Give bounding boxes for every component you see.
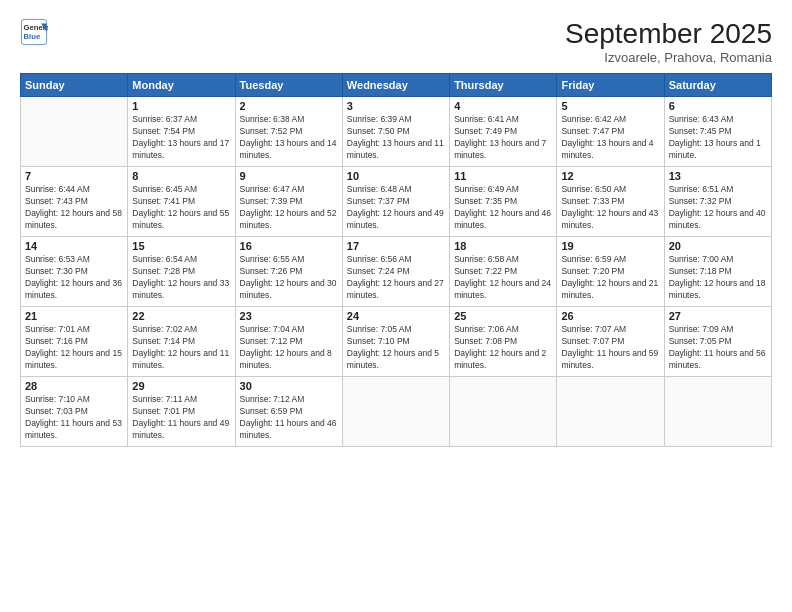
calendar-cell: 15 Sunrise: 6:54 AMSunset: 7:28 PMDaylig… [128,237,235,307]
day-info: Sunrise: 7:04 AMSunset: 7:12 PMDaylight:… [240,324,338,372]
calendar-cell [21,97,128,167]
calendar-cell: 7 Sunrise: 6:44 AMSunset: 7:43 PMDayligh… [21,167,128,237]
calendar-cell: 20 Sunrise: 7:00 AMSunset: 7:18 PMDaylig… [664,237,771,307]
day-number: 4 [454,100,552,112]
day-number: 11 [454,170,552,182]
day-info: Sunrise: 6:42 AMSunset: 7:47 PMDaylight:… [561,114,659,162]
calendar-week-row: 1 Sunrise: 6:37 AMSunset: 7:54 PMDayligh… [21,97,772,167]
calendar-cell: 22 Sunrise: 7:02 AMSunset: 7:14 PMDaylig… [128,307,235,377]
calendar-cell: 30 Sunrise: 7:12 AMSunset: 6:59 PMDaylig… [235,377,342,447]
weekday-header: Tuesday [235,74,342,97]
calendar-cell: 26 Sunrise: 7:07 AMSunset: 7:07 PMDaylig… [557,307,664,377]
day-number: 9 [240,170,338,182]
day-info: Sunrise: 6:53 AMSunset: 7:30 PMDaylight:… [25,254,123,302]
calendar-cell: 14 Sunrise: 6:53 AMSunset: 7:30 PMDaylig… [21,237,128,307]
calendar-cell: 25 Sunrise: 7:06 AMSunset: 7:08 PMDaylig… [450,307,557,377]
calendar-table: SundayMondayTuesdayWednesdayThursdayFrid… [20,73,772,447]
calendar-week-row: 21 Sunrise: 7:01 AMSunset: 7:16 PMDaylig… [21,307,772,377]
calendar-cell [450,377,557,447]
calendar-cell: 1 Sunrise: 6:37 AMSunset: 7:54 PMDayligh… [128,97,235,167]
weekday-header-row: SundayMondayTuesdayWednesdayThursdayFrid… [21,74,772,97]
day-info: Sunrise: 6:44 AMSunset: 7:43 PMDaylight:… [25,184,123,232]
day-number: 15 [132,240,230,252]
day-number: 1 [132,100,230,112]
title-block: September 2025 Izvoarele, Prahova, Roman… [565,18,772,65]
calendar-cell: 12 Sunrise: 6:50 AMSunset: 7:33 PMDaylig… [557,167,664,237]
day-number: 3 [347,100,445,112]
day-info: Sunrise: 7:10 AMSunset: 7:03 PMDaylight:… [25,394,123,442]
svg-text:Blue: Blue [24,32,41,41]
day-number: 25 [454,310,552,322]
day-info: Sunrise: 7:11 AMSunset: 7:01 PMDaylight:… [132,394,230,442]
weekday-header: Sunday [21,74,128,97]
calendar-week-row: 28 Sunrise: 7:10 AMSunset: 7:03 PMDaylig… [21,377,772,447]
day-number: 8 [132,170,230,182]
calendar-cell: 21 Sunrise: 7:01 AMSunset: 7:16 PMDaylig… [21,307,128,377]
day-number: 22 [132,310,230,322]
calendar-cell: 28 Sunrise: 7:10 AMSunset: 7:03 PMDaylig… [21,377,128,447]
logo: General Blue [20,18,48,46]
day-info: Sunrise: 6:49 AMSunset: 7:35 PMDaylight:… [454,184,552,232]
day-info: Sunrise: 6:59 AMSunset: 7:20 PMDaylight:… [561,254,659,302]
calendar-cell [557,377,664,447]
day-number: 5 [561,100,659,112]
day-info: Sunrise: 6:41 AMSunset: 7:49 PMDaylight:… [454,114,552,162]
logo-icon: General Blue [20,18,48,46]
day-info: Sunrise: 6:56 AMSunset: 7:24 PMDaylight:… [347,254,445,302]
location-subtitle: Izvoarele, Prahova, Romania [565,50,772,65]
day-number: 7 [25,170,123,182]
day-info: Sunrise: 6:43 AMSunset: 7:45 PMDaylight:… [669,114,767,162]
calendar-cell: 9 Sunrise: 6:47 AMSunset: 7:39 PMDayligh… [235,167,342,237]
day-number: 18 [454,240,552,252]
calendar-cell: 27 Sunrise: 7:09 AMSunset: 7:05 PMDaylig… [664,307,771,377]
month-title: September 2025 [565,18,772,50]
day-info: Sunrise: 6:38 AMSunset: 7:52 PMDaylight:… [240,114,338,162]
day-info: Sunrise: 7:00 AMSunset: 7:18 PMDaylight:… [669,254,767,302]
day-number: 23 [240,310,338,322]
day-number: 10 [347,170,445,182]
calendar-week-row: 7 Sunrise: 6:44 AMSunset: 7:43 PMDayligh… [21,167,772,237]
day-number: 20 [669,240,767,252]
day-number: 14 [25,240,123,252]
calendar-cell: 3 Sunrise: 6:39 AMSunset: 7:50 PMDayligh… [342,97,449,167]
calendar-cell [664,377,771,447]
day-number: 2 [240,100,338,112]
calendar-cell [342,377,449,447]
day-info: Sunrise: 6:54 AMSunset: 7:28 PMDaylight:… [132,254,230,302]
day-number: 16 [240,240,338,252]
day-number: 6 [669,100,767,112]
calendar-cell: 17 Sunrise: 6:56 AMSunset: 7:24 PMDaylig… [342,237,449,307]
day-info: Sunrise: 6:50 AMSunset: 7:33 PMDaylight:… [561,184,659,232]
calendar-cell: 16 Sunrise: 6:55 AMSunset: 7:26 PMDaylig… [235,237,342,307]
calendar-cell: 5 Sunrise: 6:42 AMSunset: 7:47 PMDayligh… [557,97,664,167]
day-info: Sunrise: 6:48 AMSunset: 7:37 PMDaylight:… [347,184,445,232]
day-info: Sunrise: 6:45 AMSunset: 7:41 PMDaylight:… [132,184,230,232]
day-number: 12 [561,170,659,182]
day-info: Sunrise: 7:07 AMSunset: 7:07 PMDaylight:… [561,324,659,372]
calendar-cell: 23 Sunrise: 7:04 AMSunset: 7:12 PMDaylig… [235,307,342,377]
day-number: 26 [561,310,659,322]
day-info: Sunrise: 7:09 AMSunset: 7:05 PMDaylight:… [669,324,767,372]
day-info: Sunrise: 6:51 AMSunset: 7:32 PMDaylight:… [669,184,767,232]
calendar-cell: 8 Sunrise: 6:45 AMSunset: 7:41 PMDayligh… [128,167,235,237]
day-info: Sunrise: 7:12 AMSunset: 6:59 PMDaylight:… [240,394,338,442]
weekday-header: Thursday [450,74,557,97]
day-info: Sunrise: 7:06 AMSunset: 7:08 PMDaylight:… [454,324,552,372]
day-info: Sunrise: 7:05 AMSunset: 7:10 PMDaylight:… [347,324,445,372]
day-number: 28 [25,380,123,392]
calendar-cell: 11 Sunrise: 6:49 AMSunset: 7:35 PMDaylig… [450,167,557,237]
day-info: Sunrise: 6:55 AMSunset: 7:26 PMDaylight:… [240,254,338,302]
day-number: 29 [132,380,230,392]
day-number: 27 [669,310,767,322]
day-number: 13 [669,170,767,182]
day-number: 24 [347,310,445,322]
calendar-cell: 24 Sunrise: 7:05 AMSunset: 7:10 PMDaylig… [342,307,449,377]
day-number: 21 [25,310,123,322]
weekday-header: Friday [557,74,664,97]
day-number: 19 [561,240,659,252]
calendar-cell: 6 Sunrise: 6:43 AMSunset: 7:45 PMDayligh… [664,97,771,167]
weekday-header: Saturday [664,74,771,97]
day-number: 17 [347,240,445,252]
calendar-cell: 2 Sunrise: 6:38 AMSunset: 7:52 PMDayligh… [235,97,342,167]
calendar-cell: 4 Sunrise: 6:41 AMSunset: 7:49 PMDayligh… [450,97,557,167]
